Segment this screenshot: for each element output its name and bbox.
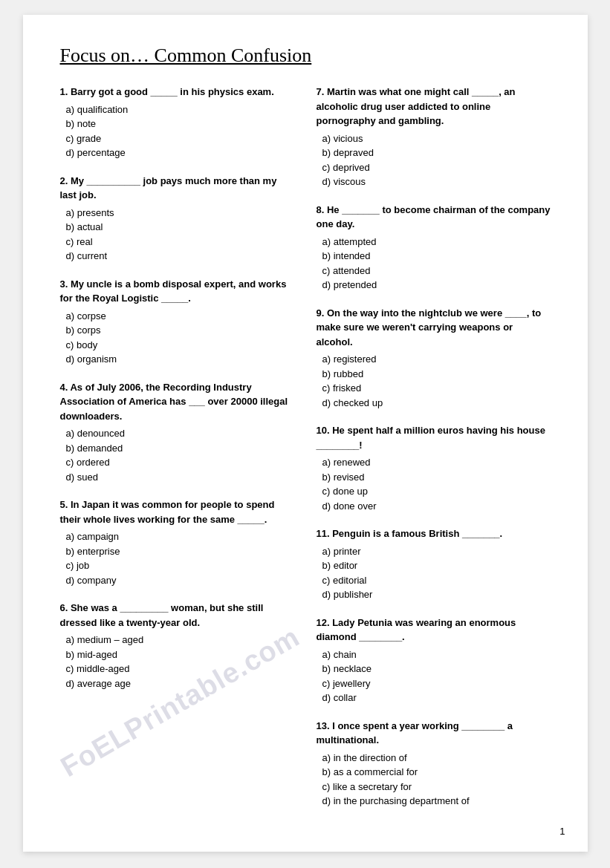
question-text-4: 4. As of July 2006, the Recording Indust… <box>60 380 294 424</box>
options-list-8: a) attemptedb) intendedc) attendedd) pre… <box>317 235 551 293</box>
question-13: 13. I once spent a year working ________… <box>317 719 551 809</box>
option-item: a) presents <box>66 206 294 221</box>
option-item: a) in the direction of <box>322 751 551 766</box>
options-list-1: a) qualificationb) notec) graded) percen… <box>60 102 294 160</box>
option-item: d) average age <box>66 676 294 691</box>
option-item: c) grade <box>66 131 294 146</box>
page-number: 1 <box>559 826 565 837</box>
option-item: b) necklace <box>322 662 551 676</box>
option-item: d) sued <box>66 470 294 485</box>
question-text-8: 8. He _______ to become chairman of the … <box>317 203 551 232</box>
option-item: a) printer <box>322 544 551 559</box>
options-list-3: a) corpseb) corpsc) bodyd) organism <box>60 309 294 367</box>
option-item: c) jewellery <box>322 676 551 691</box>
option-item: c) frisked <box>322 381 551 396</box>
option-item: c) ordered <box>66 455 294 470</box>
options-list-5: a) campaignb) enterprisec) jobd) company <box>60 529 294 587</box>
option-item: a) registered <box>322 352 551 367</box>
right-column: 7. Martin was what one might call _____,… <box>317 85 551 822</box>
option-item: d) current <box>66 249 294 264</box>
question-6: 6. She was a _________ woman, but she st… <box>60 601 294 691</box>
question-text-10: 10. He spent half a million euros having… <box>317 423 551 452</box>
option-item: c) deprived <box>322 160 551 175</box>
question-12: 12. Lady Petunia was wearing an enormous… <box>317 616 551 705</box>
option-item: b) revised <box>322 470 551 485</box>
option-item: b) editor <box>322 558 551 573</box>
question-4: 4. As of July 2006, the Recording Indust… <box>60 380 294 485</box>
options-list-7: a) viciousb) depravedc) deprivedd) visco… <box>317 131 551 189</box>
options-list-10: a) renewedb) revisedc) done upd) done ov… <box>317 455 551 513</box>
question-2: 2. My __________ job pays much more than… <box>60 174 294 264</box>
option-item: c) editorial <box>322 573 551 588</box>
option-item: d) company <box>66 573 294 588</box>
option-item: a) corpse <box>66 309 294 324</box>
option-item: a) renewed <box>322 455 551 470</box>
option-item: b) note <box>66 117 294 131</box>
option-item: c) done up <box>322 484 551 499</box>
option-item: d) publisher <box>322 587 551 602</box>
option-item: b) corps <box>66 323 294 338</box>
option-item: a) qualification <box>66 102 294 117</box>
options-list-13: a) in the direction ofb) as a commercial… <box>317 751 551 809</box>
question-text-3: 3. My uncle is a bomb disposal expert, a… <box>60 277 294 306</box>
options-list-2: a) presentsb) actualc) reald) current <box>60 206 294 264</box>
left-column: 1. Barry got a good _____ in his physics… <box>60 85 294 822</box>
question-7: 7. Martin was what one might call _____,… <box>317 85 551 189</box>
option-item: d) percentage <box>66 146 294 160</box>
question-9: 9. On the way into the nightclub we were… <box>317 306 551 411</box>
option-item: d) collar <box>322 691 551 705</box>
option-item: b) as a commercial for <box>322 765 551 780</box>
question-text-7: 7. Martin was what one might call _____,… <box>317 85 551 128</box>
option-item: c) like a secretary for <box>322 780 551 794</box>
option-item: c) job <box>66 558 294 573</box>
question-text-6: 6. She was a _________ woman, but she st… <box>60 601 294 630</box>
option-item: d) pretended <box>322 278 551 293</box>
option-item: d) in the purchasing department of <box>322 794 551 809</box>
question-5: 5. In Japan it was common for people to … <box>60 497 294 587</box>
options-list-11: a) printerb) editorc) editoriald) publis… <box>317 544 551 602</box>
page-title: Focus on… Common Confusion <box>60 45 551 67</box>
option-item: a) campaign <box>66 529 294 544</box>
question-1: 1. Barry got a good _____ in his physics… <box>60 85 294 160</box>
option-item: b) enterprise <box>66 544 294 559</box>
option-item: a) vicious <box>322 131 551 146</box>
question-text-1: 1. Barry got a good _____ in his physics… <box>60 85 294 99</box>
option-item: b) mid-aged <box>66 647 294 662</box>
option-item: d) checked up <box>322 396 551 411</box>
columns-container: 1. Barry got a good _____ in his physics… <box>60 85 551 822</box>
option-item: a) attempted <box>322 235 551 249</box>
question-text-11: 11. Penguin is a famous British _______. <box>317 526 551 541</box>
option-item: a) chain <box>322 647 551 662</box>
options-list-9: a) registeredb) rubbedc) friskedd) check… <box>317 352 551 410</box>
option-item: b) actual <box>66 220 294 235</box>
question-11: 11. Penguin is a famous British _______.… <box>317 526 551 602</box>
option-item: d) viscous <box>322 174 551 189</box>
question-text-2: 2. My __________ job pays much more than… <box>60 174 294 203</box>
question-text-13: 13. I once spent a year working ________… <box>317 719 551 748</box>
option-item: b) demanded <box>66 441 294 456</box>
option-item: d) organism <box>66 352 294 367</box>
page: Focus on… Common Confusion 1. Barry got … <box>23 15 588 852</box>
question-10: 10. He spent half a million euros having… <box>317 423 551 513</box>
options-list-6: a) medium – agedb) mid-agedc) middle-age… <box>60 633 294 691</box>
option-item: c) attended <box>322 264 551 278</box>
option-item: c) body <box>66 338 294 353</box>
option-item: d) done over <box>322 499 551 514</box>
options-list-4: a) denouncedb) demandedc) orderedd) sued <box>60 426 294 484</box>
option-item: c) middle-aged <box>66 662 294 676</box>
option-item: a) medium – aged <box>66 633 294 647</box>
question-text-9: 9. On the way into the nightclub we were… <box>317 306 551 350</box>
option-item: a) denounced <box>66 426 294 441</box>
option-item: b) rubbed <box>322 367 551 382</box>
question-8: 8. He _______ to become chairman of the … <box>317 203 551 293</box>
question-3: 3. My uncle is a bomb disposal expert, a… <box>60 277 294 367</box>
options-list-12: a) chainb) necklacec) jewelleryd) collar <box>317 647 551 705</box>
question-text-5: 5. In Japan it was common for people to … <box>60 497 294 526</box>
option-item: b) intended <box>322 249 551 264</box>
question-text-12: 12. Lady Petunia was wearing an enormous… <box>317 616 551 645</box>
option-item: c) real <box>66 235 294 249</box>
option-item: b) depraved <box>322 146 551 160</box>
